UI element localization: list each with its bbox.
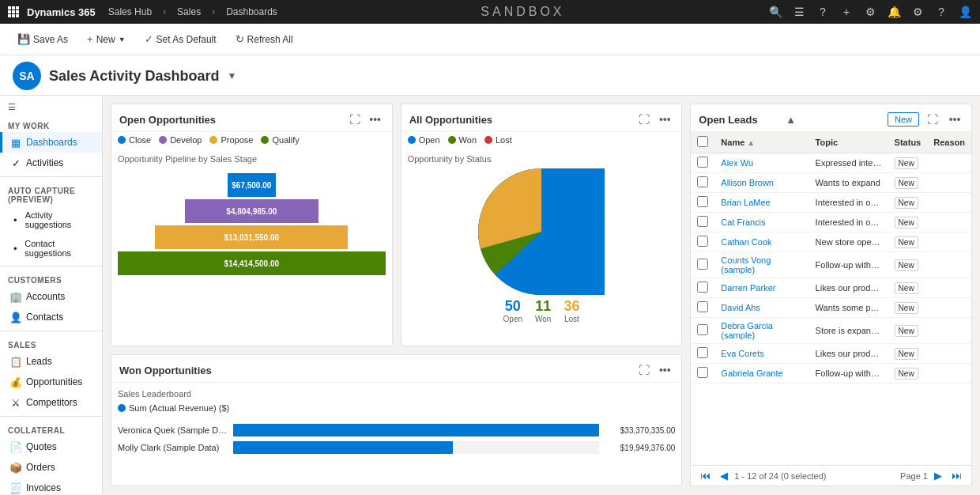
sidebar-item-orders[interactable]: 📦 Orders	[0, 457, 102, 478]
sidebar-item-contacts[interactable]: 👤 Contacts	[0, 307, 102, 327]
settings-icon[interactable]: ⚙	[910, 5, 925, 19]
table-row[interactable]: Gabriela Grante Follow-up with informati…	[691, 364, 971, 384]
open-opp-expand-btn[interactable]: ⛶	[346, 111, 364, 128]
cell-topic: Likes our products	[809, 278, 888, 298]
row-checkbox[interactable]	[697, 347, 708, 358]
help-icon[interactable]: ?	[816, 5, 830, 19]
question-icon[interactable]: ?	[934, 5, 948, 19]
share-icon[interactable]: 🔔	[887, 5, 901, 19]
sidebar-item-leads[interactable]: 📋 Leads	[0, 351, 102, 372]
sidebar-item-contact-suggestions[interactable]: • Contact suggestions	[0, 234, 102, 263]
table-row[interactable]: Cathan Cook New store opened this ye... …	[691, 232, 971, 252]
open-leads-sort-icon[interactable]: ▲	[786, 114, 796, 126]
page-label: Page 1	[900, 471, 928, 481]
row-checkbox[interactable]	[697, 259, 708, 270]
save-as-button[interactable]: 💾 Save As	[9, 30, 76, 48]
nav-sales[interactable]: Sales	[177, 6, 201, 17]
cell-status: New	[888, 364, 928, 384]
sidebar-item-opportunities[interactable]: 💰 Opportunities	[0, 372, 102, 392]
cell-reason	[927, 153, 971, 173]
sidebar-item-quotes[interactable]: 📄 Quotes	[0, 436, 102, 457]
col-name[interactable]: Name ▲	[714, 132, 808, 153]
brand[interactable]: Dynamics 365	[8, 6, 96, 18]
row-checkbox[interactable]	[697, 157, 708, 168]
table-row[interactable]: Cat Francis Interested in our newer o...…	[691, 213, 971, 232]
sidebar-section-customers: Customers	[0, 270, 102, 286]
col-topic[interactable]: Topic	[809, 132, 888, 153]
refresh-all-label: Refresh All	[247, 34, 293, 45]
open-leads-expand-btn[interactable]: ⛶	[924, 111, 941, 128]
row-checkbox[interactable]	[697, 301, 708, 312]
refresh-all-button[interactable]: ↻ Refresh All	[228, 30, 301, 48]
pagination-last-btn[interactable]: ⏭	[948, 469, 965, 482]
row-checkbox[interactable]	[697, 367, 708, 378]
table-row[interactable]: Alex Wu Expressed interest in A. D... Ne…	[691, 153, 971, 173]
cell-status: New	[888, 278, 928, 298]
select-all-checkbox[interactable]	[697, 136, 708, 147]
set-as-default-button[interactable]: ✓ Set As Default	[137, 30, 224, 48]
list-icon[interactable]: ☰	[792, 5, 806, 19]
sidebar-activity-suggestions-label: Activity suggestions	[25, 210, 94, 229]
table-row[interactable]: Debra Garcia (sample) Store is expanding…	[691, 318, 971, 344]
table-row[interactable]: Brian LaMee Interested in online only s.…	[691, 193, 971, 213]
lb-bar-container	[233, 424, 599, 436]
row-checkbox[interactable]	[697, 196, 708, 207]
new-button[interactable]: + New ▼	[79, 30, 134, 48]
sidebar-item-dashboards[interactable]: ▦ Dashboards	[0, 132, 102, 153]
row-checkbox[interactable]	[697, 324, 708, 335]
quotes-icon: 📄	[10, 441, 21, 452]
col-status[interactable]: Status	[888, 132, 928, 153]
opportunities-icon: 💰	[10, 376, 21, 387]
invoices-icon: 🧾	[10, 482, 21, 493]
legend-won-label: Won	[459, 135, 477, 145]
all-opportunities-card: All Opportunities ⛶ ••• Open Won Lost	[401, 104, 683, 346]
sidebar-item-accounts[interactable]: 🏢 Accounts	[0, 286, 102, 307]
row-checkbox[interactable]	[697, 176, 708, 187]
open-leads-new-btn[interactable]: New	[888, 112, 919, 127]
all-opp-expand-btn[interactable]: ⛶	[635, 111, 653, 128]
main-layout: ☰ My Work ▦ Dashboards ✓ Activities Auto…	[0, 96, 980, 494]
filter-icon[interactable]: ⚙	[863, 5, 877, 19]
row-checkbox[interactable]	[697, 216, 708, 227]
cell-name: Gabriela Grante	[714, 364, 808, 384]
table-row[interactable]: Counts Vong (sample) Follow-up with info…	[691, 252, 971, 278]
sidebar-item-activity-suggestions[interactable]: • Activity suggestions	[0, 206, 102, 234]
all-opp-subtitle: Opportunity by Status	[408, 154, 492, 164]
cell-topic: Expressed interest in A. D...	[809, 153, 888, 173]
sidebar-collapse-btn[interactable]: ☰	[0, 99, 102, 115]
won-opp-more-btn[interactable]: •••	[656, 361, 673, 379]
sidebar-item-invoices[interactable]: 🧾 Invoices	[0, 478, 102, 494]
search-icon[interactable]: 🔍	[768, 5, 782, 19]
all-opp-more-btn[interactable]: •••	[656, 111, 673, 128]
page-title-chevron-icon[interactable]: ▼	[227, 70, 236, 81]
open-leads-body: Name ▲ Topic Status Reason Alex Wu Expre…	[691, 132, 971, 465]
cell-name: Cathan Cook	[714, 232, 808, 252]
plus-icon[interactable]: +	[839, 5, 854, 19]
sidebar-item-activities[interactable]: ✓ Activities	[0, 153, 102, 173]
table-row[interactable]: David Ahs Wants some product info... New	[691, 298, 971, 318]
table-row[interactable]: Darren Parker Likes our products New	[691, 278, 971, 298]
all-opp-actions: ⛶ •••	[635, 111, 673, 128]
pagination-first-btn[interactable]: ⏮	[697, 469, 714, 482]
open-leads-more-btn[interactable]: •••	[946, 111, 963, 128]
row-checkbox[interactable]	[697, 282, 708, 293]
pagination-prev-btn[interactable]: ◀	[717, 469, 731, 482]
row-check	[691, 193, 714, 213]
pagination-next-btn[interactable]: ▶	[931, 469, 945, 482]
orders-icon: 📦	[10, 462, 21, 473]
sidebar-item-competitors[interactable]: ⚔ Competitors	[0, 392, 102, 413]
table-row[interactable]: Allison Brown Wants to expand New	[691, 173, 971, 193]
nav-dashboards[interactable]: Dashboards	[226, 6, 277, 17]
won-opp-header: Won Opportunities ⛶ •••	[111, 355, 681, 383]
cell-name: Eva Corets	[714, 344, 808, 364]
table-row[interactable]: Eva Corets Likes our products New	[691, 344, 971, 364]
open-opp-more-btn[interactable]: •••	[367, 111, 384, 128]
col-reason[interactable]: Reason	[927, 132, 971, 153]
leaderboard: Veronica Quek (Sample Da...) $33,370,335…	[118, 419, 675, 463]
won-opp-expand-btn[interactable]: ⛶	[635, 361, 653, 379]
cell-status: New	[888, 173, 928, 193]
leaderboard-row: Molly Clark (Sample Data) $19,949,376.00	[118, 441, 675, 454]
nav-sales-hub[interactable]: Sales Hub	[108, 6, 152, 17]
user-icon[interactable]: 👤	[958, 5, 972, 19]
row-checkbox[interactable]	[697, 236, 708, 247]
